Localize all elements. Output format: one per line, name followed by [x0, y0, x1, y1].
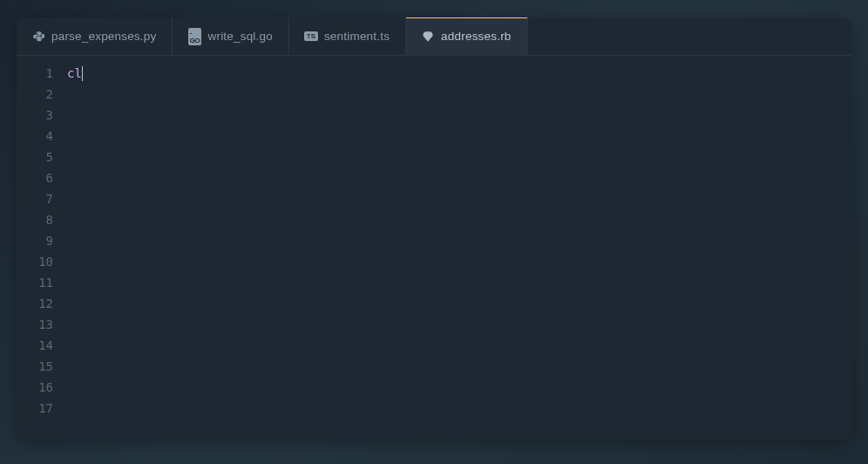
line-number: 10	[38, 251, 53, 272]
python-icon	[32, 31, 44, 43]
tab-label: addresses.rb	[441, 30, 511, 43]
tab-write-sql[interactable]: -GO write_sql.go	[173, 17, 288, 55]
tab-bar: parse_expenses.py -GO write_sql.go TS se…	[17, 17, 851, 56]
line-number: 15	[38, 356, 53, 377]
line-number: 8	[46, 209, 53, 230]
typescript-icon: TS	[305, 31, 317, 43]
text-cursor	[82, 66, 84, 81]
line-number: 6	[46, 167, 53, 188]
line-number: 12	[38, 293, 53, 314]
tab-parse-expenses[interactable]: parse_expenses.py	[17, 17, 173, 55]
tab-sentiment[interactable]: TS sentiment.ts	[289, 17, 406, 55]
line-number: 14	[38, 335, 53, 356]
line-number: 16	[38, 377, 53, 398]
line-number: 17	[38, 398, 53, 419]
ruby-icon	[422, 31, 434, 43]
line-number: 5	[46, 147, 53, 167]
code-line-1[interactable]: cl	[67, 63, 851, 84]
code-area[interactable]: cl	[62, 63, 851, 433]
tab-label: write_sql.go	[207, 30, 272, 43]
line-number: 9	[46, 230, 53, 251]
go-icon: -GO	[188, 31, 200, 43]
line-number: 1	[46, 63, 53, 84]
editor-body[interactable]: 1 2 3 4 5 6 7 8 9 10 11 12 13 14 15 16 1…	[17, 56, 851, 440]
code-token: cl	[67, 63, 82, 84]
line-number: 11	[38, 272, 53, 293]
editor-window: parse_expenses.py -GO write_sql.go TS se…	[17, 17, 851, 440]
tab-addresses[interactable]: addresses.rb	[406, 17, 527, 55]
tab-label: sentiment.ts	[324, 30, 390, 43]
line-number: 7	[46, 188, 53, 209]
line-number-gutter: 1 2 3 4 5 6 7 8 9 10 11 12 13 14 15 16 1…	[17, 63, 62, 433]
tab-label: parse_expenses.py	[51, 30, 156, 43]
line-number: 13	[38, 314, 53, 335]
line-number: 4	[46, 126, 53, 147]
line-number: 3	[46, 105, 53, 126]
line-number: 2	[46, 84, 53, 105]
